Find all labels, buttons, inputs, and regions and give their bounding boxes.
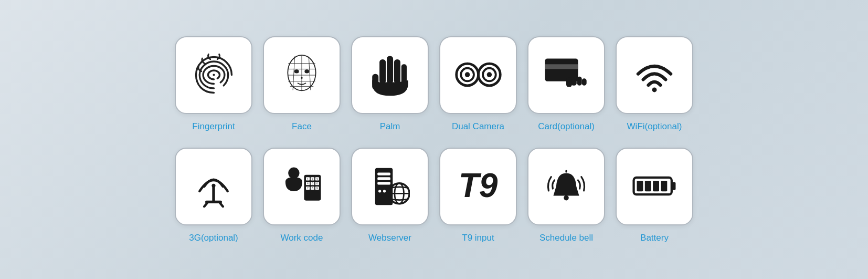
dual-camera-icon: [453, 60, 503, 89]
icon-box-battery: [616, 148, 693, 225]
icon-cell-palm: Palm: [351, 36, 429, 132]
card-label: Card(optional): [538, 121, 595, 132]
svg-line-3: [309, 56, 311, 90]
svg-rect-15: [394, 59, 400, 83]
battery-icon: [632, 172, 677, 201]
svg-point-35: [211, 183, 215, 187]
3g-label: 3G(optional): [189, 233, 238, 243]
svg-rect-57: [377, 172, 390, 175]
battery-label: Battery: [640, 233, 669, 243]
icon-cell-work-code: 1 2 3 4 5 6 7 8 9 Work code: [263, 148, 341, 243]
fingerprint-icon: [192, 53, 236, 97]
icon-cell-wifi: WiFi(optional): [616, 36, 693, 132]
svg-rect-72: [661, 181, 667, 191]
svg-rect-58: [377, 177, 390, 180]
icon-box-webserver: [351, 148, 429, 225]
svg-point-9: [294, 69, 299, 73]
svg-point-36: [288, 167, 299, 178]
wifi-icon: [633, 55, 675, 95]
icon-box-work-code: 1 2 3 4 5 6 7 8 9: [263, 148, 341, 225]
svg-rect-25: [545, 64, 578, 69]
icon-cell-webserver: Webserver: [351, 148, 429, 243]
svg-rect-71: [653, 181, 659, 191]
svg-line-1: [293, 56, 295, 90]
palm-icon: [371, 52, 410, 98]
icon-grid: Fingerprint: [143, 15, 725, 264]
svg-point-10: [304, 69, 309, 73]
svg-rect-69: [637, 181, 643, 191]
webserver-label: Webserver: [368, 233, 411, 243]
schedule-bell-icon: [545, 166, 587, 208]
t9-input-icon: T9: [457, 166, 499, 208]
icon-cell-fingerprint: Fingerprint: [175, 36, 252, 132]
3g-icon: [193, 166, 235, 208]
svg-rect-28: [582, 78, 587, 86]
svg-point-11: [301, 77, 303, 79]
schedule-bell-label: Schedule bell: [539, 233, 593, 243]
svg-point-66: [564, 195, 569, 200]
icon-cell-face: Face: [263, 36, 341, 132]
svg-point-30: [652, 88, 657, 92]
icon-box-t9-input: T9: [439, 148, 517, 225]
fingerprint-label: Fingerprint: [192, 121, 235, 132]
icon-cell-t9-input: T9 T9 input: [439, 148, 517, 243]
icon-cell-schedule-bell: Schedule bell: [527, 148, 605, 243]
icon-box-schedule-bell: [527, 148, 605, 225]
work-code-icon: 1 2 3 4 5 6 7 8 9: [281, 166, 323, 208]
face-label: Face: [292, 121, 312, 132]
svg-point-22: [486, 72, 492, 77]
svg-rect-29: [566, 77, 572, 87]
svg-rect-16: [401, 64, 406, 84]
icon-box-card: CARD: [527, 36, 605, 114]
t9-input-label: T9 input: [462, 233, 494, 243]
icon-box-palm: [351, 36, 429, 114]
icon-box-3g: [175, 148, 252, 225]
palm-label: Palm: [380, 121, 400, 132]
work-code-label: Work code: [281, 233, 323, 243]
dual-camera-label: Dual Camera: [452, 121, 504, 132]
webserver-icon: [371, 166, 410, 208]
icon-box-wifi: [616, 36, 693, 114]
svg-line-33: [204, 202, 208, 206]
card-icon: CARD: [543, 51, 590, 99]
icon-cell-dual-camera: Dual Camera: [439, 36, 517, 132]
icon-cell-3g: 3G(optional): [175, 148, 252, 243]
svg-rect-13: [379, 59, 386, 83]
face-icon: [281, 51, 323, 99]
icon-cell-card: CARD Card(optional): [527, 36, 605, 132]
svg-text:T9: T9: [459, 167, 498, 204]
icon-cell-battery: Battery: [616, 148, 693, 243]
svg-rect-27: [577, 76, 582, 85]
icon-box-fingerprint: [175, 36, 252, 114]
svg-rect-68: [671, 182, 675, 190]
svg-point-19: [464, 72, 470, 77]
icon-box-face: [263, 36, 341, 114]
svg-point-60: [378, 190, 381, 192]
icon-box-dual-camera: [439, 36, 517, 114]
wifi-label: WiFi(optional): [627, 121, 682, 132]
svg-rect-70: [644, 181, 651, 191]
svg-point-61: [383, 190, 385, 192]
svg-line-34: [219, 202, 223, 206]
svg-rect-14: [387, 56, 393, 84]
svg-rect-59: [377, 182, 390, 184]
